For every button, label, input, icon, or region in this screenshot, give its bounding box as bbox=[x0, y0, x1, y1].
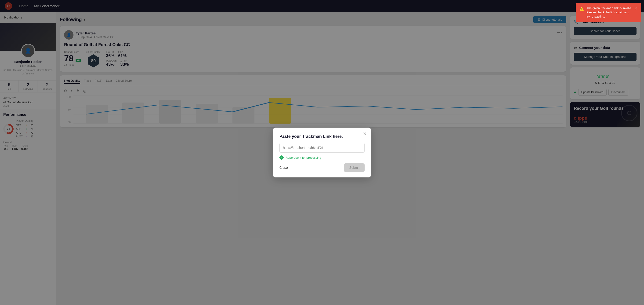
success-text: Report sent for processing bbox=[286, 156, 321, 160]
modal-success-message: ✓ Report sent for processing bbox=[280, 156, 364, 160]
trackman-link-input[interactable] bbox=[280, 143, 364, 152]
success-check-icon: ✓ bbox=[280, 156, 284, 160]
modal-close-button[interactable]: Close bbox=[280, 166, 288, 170]
warning-icon: ⚠️ bbox=[580, 6, 584, 12]
modal-close-icon[interactable]: ✕ bbox=[363, 131, 367, 136]
toast-message: The given trackman link is invalid. Plea… bbox=[586, 6, 632, 19]
error-toast: ⚠️ The given trackman link is invalid. P… bbox=[576, 3, 641, 22]
toast-close-button[interactable]: ✕ bbox=[634, 6, 638, 11]
modal-actions: Close Submit bbox=[280, 164, 364, 172]
modal-overlay[interactable]: Paste your Trackman Link here. ✕ ✓ Repor… bbox=[0, 0, 644, 305]
modal-submit-button[interactable]: Submit bbox=[344, 164, 364, 172]
modal-title: Paste your Trackman Link here. bbox=[280, 134, 364, 139]
trackman-modal: Paste your Trackman Link here. ✕ ✓ Repor… bbox=[273, 128, 371, 178]
